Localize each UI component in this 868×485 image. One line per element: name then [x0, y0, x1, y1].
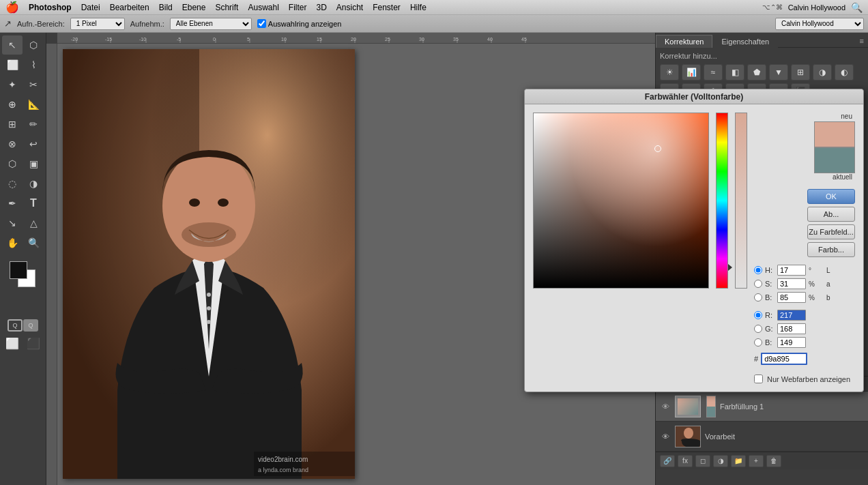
layer-row-vorarbeit[interactable]: 👁 Vorarbeit — [656, 422, 868, 452]
korr-exposure[interactable]: ◧ — [725, 64, 744, 80]
menu-3d[interactable]: 3D — [316, 3, 326, 12]
tool-zoom[interactable]: 🔍 — [23, 233, 44, 252]
hue-slider-container[interactable] — [716, 113, 728, 289]
aufnahme-label: Aufn.-Bereich: — [17, 20, 65, 28]
hue-slider[interactable] — [716, 113, 728, 289]
menu-bearbeiten[interactable]: Bearbeiten — [110, 3, 149, 12]
tool-eraser[interactable]: ⬡ — [2, 154, 23, 173]
tool-brush[interactable]: ✏ — [23, 115, 44, 134]
web-colors-label[interactable]: Nur Webfarben anzeigen — [767, 375, 850, 383]
korr-brightness[interactable]: ☀ — [660, 64, 679, 80]
layers-panel: Ebenen Normal Deckkraft: Fläche: 👁 Farbf… — [656, 376, 868, 485]
swatch-new[interactable] — [814, 121, 855, 147]
korr-levels[interactable]: 📊 — [682, 64, 701, 80]
tool-rect-select[interactable]: ⬜ — [2, 55, 23, 74]
tool-text[interactable]: T — [23, 194, 44, 213]
menu-filter[interactable]: Filter — [289, 3, 307, 12]
korr-curves[interactable]: ≈ — [704, 64, 723, 80]
r-radio[interactable] — [754, 311, 762, 319]
auswahlring-label[interactable]: Auswahlring anzeigen — [257, 19, 342, 28]
search-icon[interactable]: 🔍 — [851, 2, 863, 13]
layer-add-btn[interactable]: + — [749, 455, 764, 467]
tool-lasso[interactable]: ⌇ — [23, 55, 44, 74]
b2-input[interactable] — [777, 337, 806, 348]
g-input[interactable] — [777, 323, 806, 334]
hex-input[interactable] — [761, 353, 807, 365]
tool-clone[interactable]: ⊗ — [2, 134, 23, 153]
web-colors-checkbox[interactable] — [754, 374, 763, 383]
tool-mode-standard[interactable]: Q — [8, 319, 23, 332]
tool-blur[interactable]: ◌ — [2, 174, 23, 193]
aufnehmer-select[interactable]: Alle Ebenen — [170, 18, 252, 30]
b-row: B: % b — [754, 291, 855, 304]
layer-group-btn[interactable]: 📁 — [731, 455, 746, 467]
b-input[interactable] — [777, 292, 806, 303]
korr-bw[interactable]: ◑ — [813, 64, 832, 80]
tab-korrekturen[interactable]: Korrekturen — [656, 35, 712, 48]
h-input[interactable] — [777, 265, 806, 276]
tool-screen-standard[interactable]: ⬜ — [2, 334, 23, 353]
r-input[interactable] — [777, 310, 806, 321]
g-radio[interactable] — [754, 325, 762, 333]
s-radio[interactable] — [754, 280, 762, 288]
h-radio[interactable] — [754, 266, 762, 274]
tool-eyedropper[interactable]: ⊕ — [2, 95, 23, 114]
swatch-current[interactable] — [814, 147, 855, 173]
menu-fenster[interactable]: Fenster — [373, 3, 401, 12]
tool-shape[interactable]: △ — [23, 214, 44, 233]
tool-ruler[interactable]: 📐 — [23, 95, 44, 114]
layer-adjustment-btn[interactable]: ◑ — [713, 455, 728, 467]
tool-history-brush[interactable]: ↩ — [23, 134, 44, 153]
layer-visibility-2[interactable]: 👁 — [660, 431, 671, 442]
opacity-slider-container[interactable] — [735, 113, 747, 289]
cp-buttons: OK Ab... Zu Farbfeld... Farbb... — [754, 189, 855, 257]
menu-auswahl[interactable]: Auswahl — [248, 3, 278, 12]
tool-mode-quick[interactable]: Q — [23, 319, 38, 332]
farbbibliothek-button[interactable]: Farbb... — [807, 242, 855, 257]
menu-ebene[interactable]: Ebene — [182, 3, 206, 12]
svg-text:15: 15 — [317, 37, 322, 42]
color-gradient-area[interactable] — [533, 113, 709, 289]
korr-hue[interactable]: ▼ — [769, 64, 788, 80]
tool-dodge[interactable]: ◑ — [23, 174, 44, 193]
tool-magic-wand[interactable]: ✦ — [2, 75, 23, 94]
layer-delete-btn[interactable]: 🗑 — [766, 455, 781, 467]
b-radio[interactable] — [754, 293, 762, 302]
aufnahme-select[interactable]: 1 Pixel — [70, 18, 125, 30]
tab-eigenschaften[interactable]: Eigenschaften — [712, 35, 778, 48]
tool-path-select[interactable]: ↘ — [2, 214, 23, 233]
opacity-slider[interactable] — [735, 113, 747, 289]
farbfeld-button[interactable]: Zu Farbfeld... — [807, 224, 855, 239]
tool-select2[interactable]: ⬡ — [23, 35, 44, 55]
tool-crop[interactable]: ✂ — [23, 75, 44, 94]
layer-mask-btn[interactable]: ◻ — [695, 455, 710, 467]
tool-gradient[interactable]: ▣ — [23, 154, 44, 173]
menu-hilfe[interactable]: Hilfe — [410, 3, 426, 12]
menu-ansicht[interactable]: Ansicht — [336, 3, 363, 12]
panel-options-button[interactable]: ≡ — [856, 35, 868, 47]
s-input[interactable] — [777, 278, 806, 289]
user-name: Calvin Hollywood — [788, 3, 845, 12]
korr-photo-filter[interactable]: ◐ — [835, 64, 854, 80]
tool-screen-full[interactable]: ⬛ — [23, 334, 44, 353]
layer-visibility-1[interactable]: 👁 — [660, 401, 671, 412]
korr-vibrance[interactable]: ⬟ — [747, 64, 766, 80]
tool-patch[interactable]: ⊞ — [2, 115, 23, 134]
user-dropdown[interactable]: Calvin Hollywood — [775, 18, 864, 30]
tool-move[interactable]: ↖ — [2, 35, 23, 55]
ok-button[interactable]: OK — [807, 189, 855, 204]
tool-hand[interactable]: ✋ — [2, 233, 23, 252]
menu-bild[interactable]: Bild — [159, 3, 173, 12]
layer-row-farbfullung[interactable]: 👁 Farbfüllung 1 — [656, 392, 868, 422]
b2-radio[interactable] — [754, 338, 762, 347]
menu-schrift[interactable]: Schrift — [215, 3, 238, 12]
tool-pen[interactable]: ✒ — [2, 194, 23, 213]
abbrechen-button[interactable]: Ab... — [807, 207, 855, 222]
korr-color-balance[interactable]: ⊞ — [791, 64, 810, 80]
layer-effects-btn[interactable]: fx — [678, 455, 693, 467]
layer-link-btn[interactable]: 🔗 — [660, 455, 675, 467]
fg-color-swatch[interactable] — [10, 261, 27, 279]
apple-menu[interactable]: 🍎 — [5, 1, 19, 14]
menu-datei[interactable]: Datei — [81, 3, 100, 12]
auswahlring-checkbox[interactable] — [257, 19, 266, 28]
